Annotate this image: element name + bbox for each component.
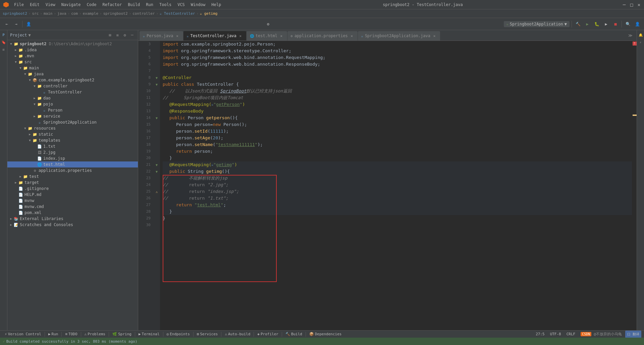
tree-helpmd[interactable]: ▶ 📄 HELP.md <box>7 192 138 198</box>
breadcrumb-springboot2[interactable]: springboot2 <box>3 11 27 16</box>
tree-java[interactable]: ▼ 📁 java <box>7 71 138 77</box>
breadcrumb-controller[interactable]: controller <box>132 11 155 16</box>
power-icon[interactable]: ⚡ <box>637 39 644 46</box>
tree-static[interactable]: ▶ 📁 static <box>7 131 138 137</box>
menu-tools[interactable]: Tools <box>157 2 174 8</box>
debug-btn[interactable]: 🐛 <box>593 20 601 28</box>
panel-settings-btn[interactable]: ⚙ <box>122 32 128 38</box>
breadcrumb-getimg[interactable]: ☕ getimg <box>200 11 217 16</box>
tab-person-close[interactable]: ✕ <box>175 33 180 38</box>
breadcrumb-example[interactable]: example <box>83 11 98 16</box>
tab-testhtml[interactable]: 🌐 test.html ✕ <box>247 31 287 41</box>
stop-btn[interactable]: ■ <box>611 20 620 28</box>
tree-controller[interactable]: ▼ 📁 controller <box>7 83 138 89</box>
tab-appprops[interactable]: ⚙ application.properties ✕ <box>287 31 358 41</box>
terminal-item[interactable]: ▶ Terminal <box>137 331 162 338</box>
structure-icon[interactable]: ≡ <box>0 46 7 53</box>
tab-testhtml-close[interactable]: ✕ <box>279 33 284 38</box>
tree-mvnw[interactable]: ▶ 📄 mvnw <box>7 198 138 204</box>
run-item[interactable]: ▶ Run <box>46 331 60 338</box>
tree-src[interactable]: ▼ 📁 src <box>7 59 138 65</box>
translate-btn[interactable]: 口 翻译 <box>625 331 641 338</box>
toolbar-settings[interactable]: ⚙ <box>264 20 272 28</box>
toolbar-recent[interactable]: 👤 <box>24 20 33 28</box>
tree-test[interactable]: ▶ 📁 test <box>7 174 138 180</box>
tree-pojo[interactable]: ▼ 📁 pojo <box>7 101 138 107</box>
tab-springbootapp[interactable]: ☕ Springboot2Application.java ✕ <box>358 31 440 41</box>
tree-gitignore[interactable]: ▶ 📄 .gitignore <box>7 186 138 192</box>
tree-2jpg[interactable]: ▶ 🖼 2.jpg <box>7 149 138 155</box>
error-indicator[interactable]: ! <box>633 42 637 46</box>
notifications-icon[interactable]: 🔔 <box>637 31 644 38</box>
tab-testcontroller-close[interactable]: ✕ <box>238 33 243 38</box>
tab-appprops-close[interactable]: ✕ <box>350 33 354 38</box>
tree-mvnwcmd[interactable]: ▶ 📄 mvnw.cmd <box>7 204 138 210</box>
tree-resources[interactable]: ▼ 📁 resources <box>7 125 138 131</box>
tree-target[interactable]: ▶ 📁 target <box>7 180 138 186</box>
menu-build[interactable]: Build <box>125 2 143 8</box>
menu-refactor[interactable]: Refactor <box>100 2 124 8</box>
profiler-item[interactable]: ◈ Profiler <box>255 331 280 338</box>
tree-pomxml[interactable]: ▶ 📄 pom.xml <box>7 210 138 216</box>
search-btn[interactable]: 🔍 <box>624 20 632 28</box>
menu-run[interactable]: Run <box>143 2 156 8</box>
line-sep-label[interactable]: CRLF <box>565 331 578 338</box>
tree-com[interactable]: ▼ 📦 com.example.springboot2 <box>7 77 138 83</box>
menu-navigate[interactable]: Navigate <box>59 2 84 8</box>
tree-testhtml[interactable]: ▶ 🌐 test.html <box>7 161 138 167</box>
menu-edit[interactable]: Edit <box>27 2 42 8</box>
breadcrumb-main[interactable]: main <box>44 11 53 16</box>
breadcrumb-java[interactable]: java <box>57 11 66 16</box>
tree-root[interactable]: ▼ 📁 springboot2 D:\Users\Admin\springboo… <box>7 41 138 47</box>
services-item[interactable]: ⊞ Services <box>195 331 220 338</box>
tree-person[interactable]: ▶ ☕ Person <box>7 107 138 113</box>
tree-idea[interactable]: ▶ 📁 .idea <box>7 47 138 53</box>
version-control-item[interactable]: ⚡ Version Control <box>3 331 43 338</box>
endpoints-item[interactable]: ◎ Endpoints <box>165 331 192 338</box>
autobuild-item[interactable]: ⚠ Auto-build <box>223 331 252 338</box>
tree-main[interactable]: ▼ 📁 main <box>7 65 138 71</box>
toolbar-back[interactable]: ← <box>3 20 11 28</box>
tree-service[interactable]: ▶ 📁 service <box>7 113 138 119</box>
panel-minimize-btn[interactable]: ─ <box>129 32 135 38</box>
close-button[interactable]: ✕ <box>637 2 641 7</box>
menu-code[interactable]: Code <box>84 2 99 8</box>
todo-item[interactable]: ≡ TODO <box>63 331 79 338</box>
problems-item[interactable]: ⚠ Problems <box>83 331 108 338</box>
menu-window[interactable]: Window <box>188 2 208 8</box>
breadcrumb-springboot2b[interactable]: springboot2 <box>103 11 128 16</box>
menu-file[interactable]: File <box>11 2 26 8</box>
tab-person-java[interactable]: ☕ Person.java ✕ <box>140 31 183 41</box>
tab-more[interactable]: ≫ <box>626 33 635 38</box>
tree-indexjsp[interactable]: ▶ 📄 index.jsp <box>7 155 138 161</box>
rebuild-btn[interactable]: 🔨 <box>574 20 582 28</box>
run-configuration[interactable]: ☕ Springboot2Application ▼ <box>504 21 570 27</box>
menu-view[interactable]: View <box>43 2 58 8</box>
breadcrumb-com[interactable]: com <box>71 11 78 16</box>
tree-testcontroller[interactable]: ▶ ☕ TestController <box>7 89 138 95</box>
tab-testcontroller-java[interactable]: ☕ TestController.java ✕ <box>183 31 246 41</box>
tree-appprops[interactable]: ▶ ⚙ application.properties <box>7 167 138 174</box>
coverage-btn[interactable]: ▶ <box>602 20 610 28</box>
encoding-label[interactable]: UTF-8 <box>548 331 563 338</box>
tree-1txt[interactable]: ▶ 📄 1.txt <box>7 143 138 149</box>
run-config-dropdown[interactable]: ▼ <box>565 22 567 26</box>
tree-scratches[interactable]: ▶ 📝 Scratches and Consoles <box>7 222 138 228</box>
tree-templates[interactable]: ▼ 📁 templates <box>7 137 138 143</box>
breadcrumb-src[interactable]: src <box>32 11 39 16</box>
minimize-button[interactable]: ─ <box>622 2 627 7</box>
code-content[interactable]: import com.example.springboot2.pojo.Pers… <box>160 41 632 330</box>
spring-item[interactable]: 🌿 Spring <box>110 331 133 338</box>
panel-collapse-btn[interactable]: ≡ <box>114 32 120 38</box>
bookmark-icon[interactable]: 🔖 <box>0 39 7 46</box>
run-btn[interactable]: ▶ <box>583 20 591 28</box>
user-btn[interactable]: 👤 <box>633 20 641 28</box>
build-item[interactable]: 🔨 Build <box>283 331 304 338</box>
tree-springbootapp[interactable]: ▶ ☕ Springboot2Application <box>7 119 138 125</box>
project-icon[interactable]: P <box>0 31 7 38</box>
tree-extlib[interactable]: ▶ 📚 External Libraries <box>7 216 138 222</box>
tree-dao[interactable]: ▶ 📁 dao <box>7 95 138 101</box>
panel-expand-btn[interactable]: ⊞ <box>107 32 113 38</box>
tree-mvn[interactable]: ▶ 📁 .mvn <box>7 53 138 59</box>
menu-help[interactable]: Help <box>209 2 224 8</box>
